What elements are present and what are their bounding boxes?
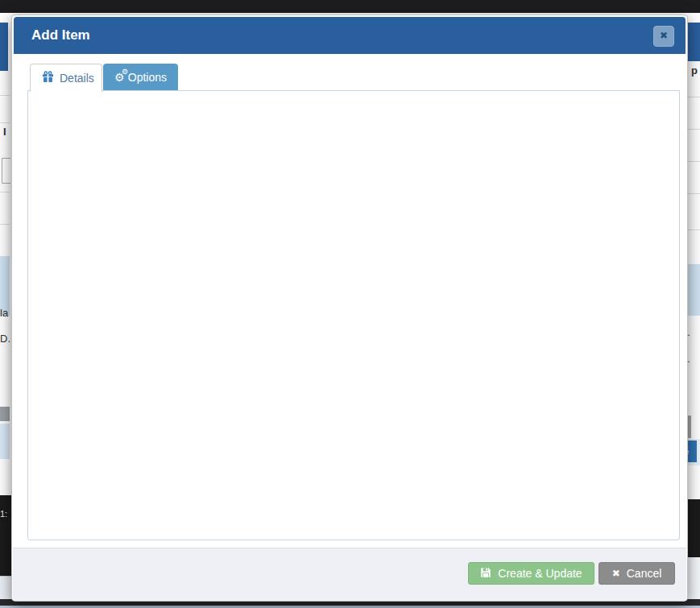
gears-icon: ⚙ ⚙ [114, 71, 122, 84]
cancel-label: Cancel [627, 567, 662, 580]
bg-dark-band-left [0, 495, 11, 576]
create-update-button[interactable]: Create & Update [468, 562, 594, 585]
gift-icon [42, 71, 54, 85]
save-icon [480, 567, 491, 581]
bg-input-fragment [2, 158, 10, 184]
details-tab-panel [27, 90, 680, 540]
bg-scrollbar-fragment [0, 407, 10, 421]
create-update-label: Create & Update [498, 567, 582, 580]
bg-panel-left [0, 576, 11, 601]
tab-options[interactable]: ⚙ ⚙ Options [103, 64, 178, 91]
bg-text-fragment: 1: [0, 509, 7, 519]
tab-details[interactable]: Details [30, 64, 102, 92]
bg-row-line [0, 95, 10, 96]
tab-options-label: Options [128, 71, 167, 84]
cancel-button[interactable]: ✖ Cancel [599, 562, 675, 585]
browser-top-bar [0, 0, 700, 13]
bg-row-line [0, 122, 10, 123]
tab-details-label: Details [60, 72, 94, 85]
bg-text-fragment: p [691, 64, 698, 77]
bg-page-header-left [0, 23, 8, 71]
close-icon[interactable]: ✖ [653, 26, 674, 47]
bg-text-fragment: la [0, 307, 8, 319]
bg-text-fragment: I [3, 126, 6, 138]
add-item-modal: Add Item ✖ Details ⚙ ⚙ Options [11, 14, 688, 602]
bg-text-fragment: D. [0, 333, 10, 345]
screen: I la D. 1: p a 7. 2. e Add Item ✖ [0, 0, 700, 608]
modal-title: Add Item [31, 17, 90, 54]
cancel-x-icon: ✖ [612, 568, 620, 579]
modal-header: Add Item ✖ [14, 17, 686, 54]
bg-row-fragment [0, 424, 10, 459]
bg-row-line [0, 224, 10, 225]
bg-row-line [0, 192, 10, 192]
